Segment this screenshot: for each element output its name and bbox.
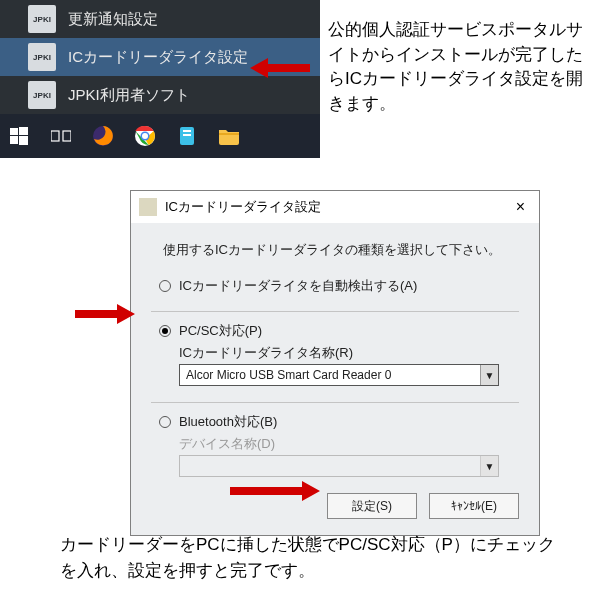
annotation-text-2: カードリーダーをPCに挿した状態でPC/SC対応（P）にチェックを入れ、設定を押… — [60, 532, 560, 583]
taskbar — [0, 114, 320, 158]
svg-rect-4 — [51, 131, 59, 141]
reader-app-icon[interactable] — [172, 121, 202, 151]
radio-label: PC/SC対応(P) — [179, 322, 262, 340]
annotation-arrow-icon — [250, 55, 310, 85]
radio-icon — [159, 416, 171, 428]
chevron-down-icon: ▼ — [480, 456, 498, 476]
menu-item-label: ICカードリーダライタ設定 — [68, 48, 248, 67]
pcsc-reader-dropdown[interactable]: Alcor Micro USB Smart Card Reader 0 ▼ — [179, 364, 499, 386]
ic-card-settings-dialog: ICカードリーダライタ設定 × 使用するICカードリーダライタの種類を選択して下… — [130, 190, 540, 536]
start-button[interactable] — [4, 121, 34, 151]
bt-name-label: デバイス名称(D) — [179, 435, 519, 453]
cancel-button[interactable]: ｷｬﾝｾﾙ(E) — [429, 493, 519, 519]
annotation-text-1: 公的個人認証サービスポータルサイトからインストールが完了したらICカードリーダラ… — [328, 18, 588, 117]
svg-rect-1 — [19, 127, 28, 135]
svg-point-9 — [142, 133, 148, 139]
menu-item-label: JPKI利用者ソフト — [68, 86, 190, 105]
radio-pcsc[interactable]: PC/SC対応(P) — [159, 322, 519, 340]
svg-rect-2 — [10, 136, 18, 144]
menu-item-update-notify[interactable]: JPKI 更新通知設定 — [0, 0, 320, 38]
dialog-instruction: 使用するICカードリーダライタの種類を選択して下さい。 — [163, 241, 519, 259]
dialog-title: ICカードリーダライタ設定 — [165, 198, 510, 216]
chevron-down-icon: ▼ — [480, 365, 498, 385]
firefox-icon[interactable] — [88, 121, 118, 151]
task-view-icon[interactable] — [46, 121, 76, 151]
radio-auto-detect[interactable]: ICカードリーダライタを自動検出する(A) — [159, 277, 519, 295]
jpki-icon: JPKI — [28, 43, 56, 71]
close-button[interactable]: × — [510, 198, 531, 216]
jpki-icon: JPKI — [28, 81, 56, 109]
pcsc-name-label: ICカードリーダライタ名称(R) — [179, 344, 519, 362]
svg-rect-3 — [19, 136, 28, 145]
radio-label: Bluetooth対応(B) — [179, 413, 277, 431]
dropdown-value: Alcor Micro USB Smart Card Reader 0 — [180, 368, 480, 382]
dialog-icon — [139, 198, 157, 216]
bt-device-dropdown: ▼ — [179, 455, 499, 477]
svg-rect-13 — [219, 133, 239, 135]
svg-rect-11 — [183, 130, 191, 132]
radio-label: ICカードリーダライタを自動検出する(A) — [179, 277, 417, 295]
radio-icon — [159, 325, 171, 337]
radio-bluetooth[interactable]: Bluetooth対応(B) — [159, 413, 519, 431]
settings-button[interactable]: 設定(S) — [327, 493, 417, 519]
jpki-icon: JPKI — [28, 5, 56, 33]
annotation-arrow-icon — [230, 478, 320, 508]
svg-rect-12 — [183, 134, 191, 136]
annotation-arrow-icon — [75, 301, 135, 331]
radio-icon — [159, 280, 171, 292]
menu-item-label: 更新通知設定 — [68, 10, 158, 29]
svg-rect-0 — [10, 128, 18, 135]
explorer-icon[interactable] — [214, 121, 244, 151]
svg-rect-5 — [63, 131, 71, 141]
chrome-icon[interactable] — [130, 121, 160, 151]
